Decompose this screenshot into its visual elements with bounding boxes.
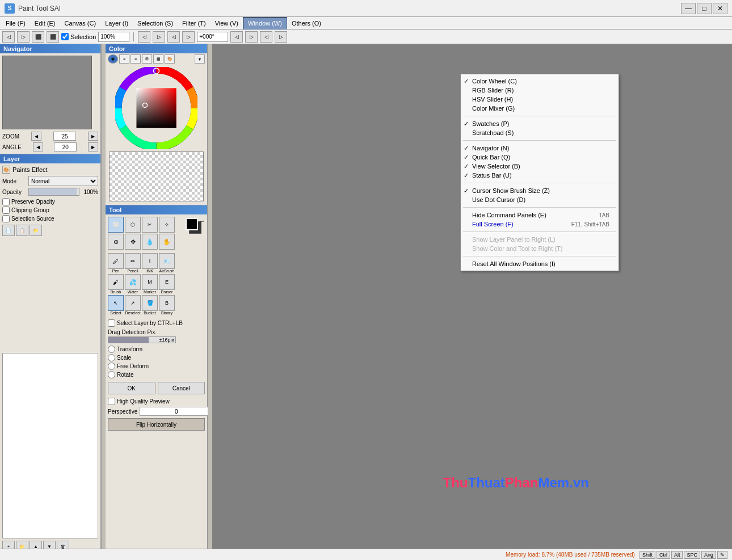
tool-ink[interactable]: I [142, 253, 158, 269]
flip-button[interactable]: Flip Horizontally [108, 418, 205, 431]
menu-canvas[interactable]: Canvas (C) [60, 17, 101, 30]
menu-window[interactable]: Window (W) [243, 17, 287, 30]
tool-deselect[interactable]: ↗ [125, 295, 141, 311]
menu-view[interactable]: View (V) [211, 17, 243, 30]
nav-zoom-input[interactable] [53, 132, 76, 141]
toolbar-btn-3[interactable]: ⬛ [32, 31, 44, 43]
menu-show-layer-right[interactable]: Show Layer Panel to Right (L) [461, 235, 619, 244]
tool-brush[interactable]: 🖌 [108, 274, 124, 290]
selection-source-check[interactable] [2, 215, 10, 222]
color-tab-palette[interactable]: ▦ [153, 54, 163, 64]
tool-select-poly[interactable]: ⬡ [125, 217, 141, 233]
menu-reset-positions[interactable]: Reset All Window Positions (I) [461, 259, 619, 268]
toolbar-btn-9[interactable]: ◁ [230, 31, 243, 43]
menu-rgb-slider[interactable]: RGB Slider (R) [461, 86, 619, 95]
rotate-radio[interactable] [108, 371, 115, 378]
menu-swatches[interactable]: ✓ Swatches (P) [461, 119, 619, 128]
color-wheel-svg[interactable] [115, 67, 197, 149]
tool-select-lasso[interactable]: ✂ [142, 217, 158, 233]
select-layer-check[interactable] [108, 319, 115, 327]
tool-pencil[interactable]: ✏ [125, 253, 141, 269]
left-resize-handle[interactable] [101, 44, 106, 559]
drag-slider[interactable]: ±16pix [108, 336, 176, 343]
layer-btn-3[interactable]: 📁 [30, 225, 42, 236]
tool-hand[interactable]: ✋ [159, 234, 175, 250]
high-quality-check[interactable] [108, 398, 115, 405]
layer-mode-select[interactable]: Normal [28, 176, 98, 186]
menu-file[interactable]: File (F) [1, 17, 30, 30]
tool-pen[interactable]: 🖊 [108, 253, 124, 269]
menu-view-selector[interactable]: ✓ View Selector (B) [461, 162, 619, 171]
menu-selection[interactable]: Selection (S) [133, 17, 178, 30]
menu-others[interactable]: Others (O) [287, 17, 326, 30]
toolbar-btn-8[interactable]: ▷ [182, 31, 195, 43]
menu-navigator[interactable]: ✓ Navigator (N) [461, 144, 619, 153]
nav-zoom-minus[interactable]: ◀ [31, 132, 41, 141]
toolbar-btn-1[interactable]: ◁ [2, 31, 15, 43]
transform-radio[interactable] [108, 346, 115, 353]
menu-filter[interactable]: Filter (T) [178, 17, 211, 30]
zoom-input[interactable] [98, 32, 129, 42]
tool-water[interactable]: 💦 [125, 274, 141, 290]
toolbar-btn-6[interactable]: ▷ [153, 31, 165, 43]
menu-hide-command-panels[interactable]: Hide Command Panels (E) TAB [461, 210, 619, 220]
menu-hsv-slider[interactable]: HSV Slider (H) [461, 95, 619, 104]
tool-eraser[interactable]: E [159, 274, 175, 290]
toolbar-btn-11[interactable]: ◁ [260, 31, 272, 43]
nav-zoom-plus[interactable]: ▶ [88, 132, 98, 141]
color-swatch-area[interactable] [109, 151, 204, 201]
toolbar-btn-2[interactable]: ▷ [17, 31, 30, 43]
fg-color-swatch[interactable] [186, 218, 198, 230]
ok-button[interactable]: OK [108, 382, 155, 394]
tool-select-magic[interactable]: ✧ [159, 217, 175, 233]
tool-zoom[interactable]: ⊕ [108, 234, 124, 250]
menu-full-screen[interactable]: Full Screen (F) F11, Shift+TAB [461, 220, 619, 229]
free-deform-radio[interactable] [108, 363, 115, 370]
tool-move[interactable]: ✥ [125, 234, 141, 250]
menu-quick-bar[interactable]: ✓ Quick Bar (Q) [461, 153, 619, 162]
tool-select[interactable]: ↖ [108, 295, 124, 311]
layer-btn-2[interactable]: 📋 [16, 225, 28, 236]
cancel-button[interactable]: Cancel [158, 382, 205, 394]
menu-scratchpad[interactable]: Scratchpad (S) [461, 128, 619, 137]
nav-angle-plus[interactable]: ▶ [88, 142, 98, 151]
close-button[interactable]: ✕ [713, 3, 727, 14]
color-tab-mix[interactable]: 🎨 [165, 54, 175, 64]
menu-show-color-right[interactable]: Show Color and Tool to Right (T) [461, 244, 619, 253]
scale-radio[interactable] [108, 354, 115, 361]
color-tab-grid[interactable]: ⊞ [142, 54, 152, 64]
tool-eyedrop[interactable]: 💧 [142, 234, 158, 250]
menu-color-wheel[interactable]: ✓ Color Wheel (C) [461, 77, 619, 86]
tool-airbrush[interactable]: 💨 [159, 253, 175, 269]
color-tab-rgb[interactable]: ≡ [119, 54, 129, 64]
menu-layer[interactable]: Layer (I) [100, 17, 133, 30]
maximize-button[interactable]: □ [697, 3, 712, 14]
tool-bucket[interactable]: 🪣 [142, 295, 158, 311]
rotation-input[interactable] [197, 32, 228, 42]
tool-marker[interactable]: M [142, 274, 158, 290]
opacity-slider[interactable] [28, 188, 79, 196]
tool-binary[interactable]: B [159, 295, 175, 311]
toolbar-btn-4[interactable]: ⬛ [47, 31, 59, 43]
tool-select-rect[interactable]: ⬜ [108, 217, 124, 233]
menu-edit[interactable]: Edit (E) [30, 17, 60, 30]
perspective-input[interactable] [140, 407, 213, 416]
minimize-button[interactable]: — [681, 3, 696, 14]
color-tab-arrow[interactable]: ▼ [195, 54, 205, 64]
clipping-group-check[interactable] [2, 207, 10, 214]
swap-colors-icon[interactable]: ↔ [199, 218, 205, 224]
toolbar-btn-5[interactable]: ◁ [138, 31, 150, 43]
right-resize-handle[interactable] [208, 44, 212, 559]
toolbar-btn-12[interactable]: ▷ [275, 31, 287, 43]
menu-cursor-show-brush[interactable]: ✓ Cursor Show Brush Size (Z) [461, 186, 619, 195]
color-tab-wheel[interactable]: ◉ [108, 54, 118, 64]
toolbar-btn-7[interactable]: ◁ [167, 31, 180, 43]
selection-checkbox[interactable] [61, 33, 69, 40]
nav-angle-input[interactable] [54, 142, 77, 151]
nav-angle-minus[interactable]: ◀ [33, 142, 43, 151]
color-tab-hsv[interactable]: ≡ [131, 54, 141, 64]
menu-status-bar[interactable]: ✓ Status Bar (U) [461, 171, 619, 180]
menu-color-mixer[interactable]: Color Mixer (G) [461, 104, 619, 113]
menu-use-dot-cursor[interactable]: Use Dot Cursor (D) [461, 195, 619, 204]
preserve-opacity-check[interactable] [2, 198, 10, 205]
